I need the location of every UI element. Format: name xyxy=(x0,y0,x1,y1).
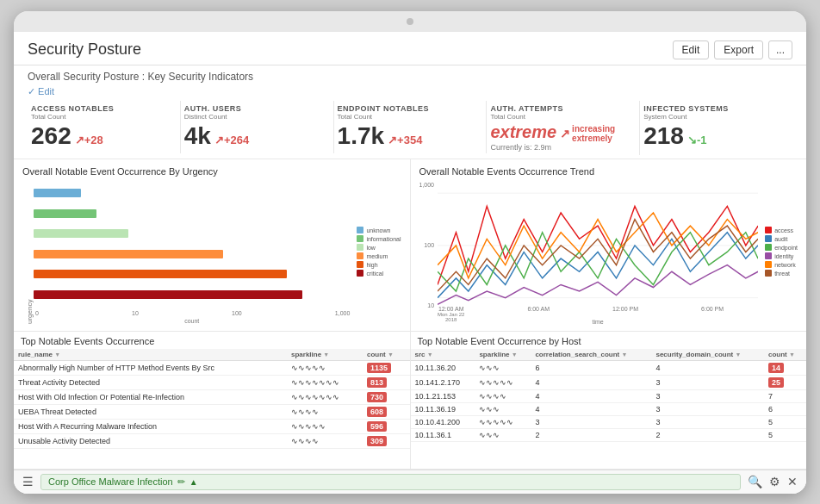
rule-cell[interactable]: Abnormally High Number of HTTP Method Ev… xyxy=(14,360,287,375)
legend-color-endpoint xyxy=(765,244,772,251)
edit-pencil-icon[interactable]: ✏ xyxy=(177,476,185,488)
rule-cell[interactable]: UEBA Threat Detected xyxy=(14,404,287,419)
src-cell[interactable]: 10.141.2.170 xyxy=(411,375,475,389)
rule-cell[interactable]: Host With A Recurring Malware Infection xyxy=(14,419,287,433)
kpi-sublabel-attempts: Total Count xyxy=(490,113,629,121)
camera-icon xyxy=(407,18,413,25)
legend-color-threat xyxy=(765,270,772,277)
kpi-label-auth: AUTH. USERS xyxy=(184,104,323,113)
search-icon[interactable]: 🔍 xyxy=(748,475,762,488)
legend-item-informational: informational xyxy=(357,235,401,242)
col-sdc: security_domain_count ▼ xyxy=(651,349,763,361)
settings-icon[interactable]: ⚙ xyxy=(769,475,780,488)
sdc-cell: 2 xyxy=(651,428,763,441)
page-header: Security Posture Edit Export ... xyxy=(14,32,806,65)
count-cell: 596 xyxy=(363,419,410,433)
count-cell-r: 25 xyxy=(764,375,806,389)
col-count: count ▼ xyxy=(363,349,410,361)
bar-chart-panel: Overall Notable Event Occurrence By Urge… xyxy=(14,159,411,331)
close-icon[interactable]: ✕ xyxy=(787,475,798,488)
bar-x-axis: 0 10 100 1,000 xyxy=(34,310,350,316)
arrow-up-icon: ↗ xyxy=(75,134,84,146)
count-badge: 813 xyxy=(367,377,387,388)
sdc-cell: 3 xyxy=(651,415,763,428)
kpi-value-infected: 218 ↘-1 xyxy=(643,122,782,150)
sparkline-cell: ∿∿∿∿ xyxy=(287,433,363,448)
more-button[interactable]: ... xyxy=(768,40,792,59)
count-cell-r: 14 xyxy=(764,360,806,375)
sort-icon-rule: ▼ xyxy=(54,352,60,358)
edit-button[interactable]: Edit xyxy=(673,40,710,59)
src-cell[interactable]: 10.1.21.153 xyxy=(411,389,475,402)
count-badge: 309 xyxy=(367,436,387,446)
kpi-subtitle: Overall Security Posture : Key Security … xyxy=(28,71,792,83)
sparkline-cell-r: ∿∿∿∿∿ xyxy=(475,375,531,389)
src-cell[interactable]: 10.11.36.1 xyxy=(411,428,475,441)
kpi-num-access: 262 xyxy=(31,122,71,150)
legend-color-medium xyxy=(357,252,363,259)
kpi-sublabel-infected: System Count xyxy=(643,113,782,121)
arrow-down-icon: ↘ xyxy=(687,134,697,146)
arrow-up-endpoint-icon: ↗ xyxy=(388,134,397,146)
kpi-sublabel-auth: Distinct Count xyxy=(184,113,323,121)
kpi-edit-link[interactable]: ✓ Edit xyxy=(28,86,792,97)
sort-icon-sparkline-r: ▼ xyxy=(512,352,518,358)
legend-item-critical: critical xyxy=(357,270,401,277)
kpi-section: Overall Security Posture : Key Security … xyxy=(14,65,806,159)
right-table-header-row: src ▼ sparkline ▼ correlation_search_cou… xyxy=(411,349,807,361)
increasing-text: increasingextremely xyxy=(572,124,615,143)
rule-cell[interactable]: Host With Old Infection Or Potential Re-… xyxy=(14,389,287,404)
trend-svg-container: 12:00 AM Mon Jan 22 2018 6:00 AM 12:00 P… xyxy=(438,180,758,324)
bar-row-critical xyxy=(34,289,350,301)
count-cell-r: 5 xyxy=(764,415,806,428)
bottom-bar: ☰ Corp Office Malware Infection ✏ ▲ 🔍 ⚙ … xyxy=(14,470,806,494)
list-icon[interactable]: ☰ xyxy=(22,475,34,488)
sort-icon-count-r: ▼ xyxy=(789,352,795,358)
right-table-body: 10.11.36.20 ∿∿∿ 6 4 14 10.141.2.170 ∿∿∿∿… xyxy=(411,360,807,441)
table-row: Host With Old Infection Or Potential Re-… xyxy=(14,389,410,404)
src-cell[interactable]: 10.11.36.20 xyxy=(411,360,475,375)
count-badge: 1135 xyxy=(367,363,391,373)
csc-cell: 2 xyxy=(531,428,651,441)
right-table-panel: Top Notable Event Occurrence by Host src… xyxy=(411,332,807,469)
legend-color-critical xyxy=(357,270,363,277)
legend-item-low: low xyxy=(357,244,401,251)
kpi-value-access: 262 ↗+28 xyxy=(31,122,170,150)
sdc-cell: 3 xyxy=(651,402,763,415)
device-frame: Security Posture Edit Export ... Overall… xyxy=(14,11,806,494)
count-cell-r: 5 xyxy=(764,428,806,441)
count-badge-r: 25 xyxy=(768,377,784,388)
table-row: 10.11.36.19 ∿∿∿ 4 3 6 xyxy=(411,402,807,415)
sparkline-cell: ∿∿∿∿ xyxy=(287,404,363,419)
legend-item-high: high xyxy=(357,261,401,268)
legend-identity: identity xyxy=(765,252,798,259)
right-table-scroll[interactable]: src ▼ sparkline ▼ correlation_search_cou… xyxy=(411,349,807,469)
rule-cell[interactable]: Unusable Activity Detected xyxy=(14,433,287,448)
bar-critical xyxy=(34,290,302,299)
main-content: Security Posture Edit Export ... Overall… xyxy=(14,32,806,494)
kpi-delta-endpoint: ↗+354 xyxy=(388,134,422,146)
rule-cell[interactable]: Threat Activity Detected xyxy=(14,375,287,389)
table-row: 10.11.36.20 ∿∿∿ 6 4 14 xyxy=(411,360,807,375)
bar-chart-inner xyxy=(34,180,350,308)
table-row: 10.141.2.170 ∿∿∿∿∿ 4 3 25 xyxy=(411,375,807,389)
export-button[interactable]: Export xyxy=(714,40,763,59)
table-row: Abnormally High Number of HTTP Method Ev… xyxy=(14,360,410,375)
csc-cell: 4 xyxy=(531,389,651,402)
expand-icon[interactable]: ▲ xyxy=(189,477,198,487)
legend-color-audit xyxy=(765,235,772,242)
legend-color-access xyxy=(765,227,772,233)
sdc-cell: 3 xyxy=(651,375,763,389)
col-src: src ▼ xyxy=(411,349,475,361)
tag-text: Corp Office Malware Infection xyxy=(48,476,173,487)
kpi-infected-systems: INFECTED SYSTEMS System Count 218 ↘-1 xyxy=(640,101,792,153)
left-table-scroll[interactable]: rule_name ▼ sparkline ▼ count ▼ Abnormal… xyxy=(14,349,410,469)
kpi-delta-access: ↗+28 xyxy=(75,134,103,146)
bar-informational xyxy=(34,209,96,218)
kpi-label-infected: INFECTED SYSTEMS xyxy=(643,104,782,113)
sparkline-cell: ∿∿∿∿∿ xyxy=(287,360,363,375)
src-cell[interactable]: 10.10.41.200 xyxy=(411,415,475,428)
kpi-row: ACCESS NOTABLES Total Count 262 ↗+28 AUT… xyxy=(28,101,792,155)
src-cell[interactable]: 10.11.36.19 xyxy=(411,402,475,415)
count-badge: 596 xyxy=(367,421,387,432)
